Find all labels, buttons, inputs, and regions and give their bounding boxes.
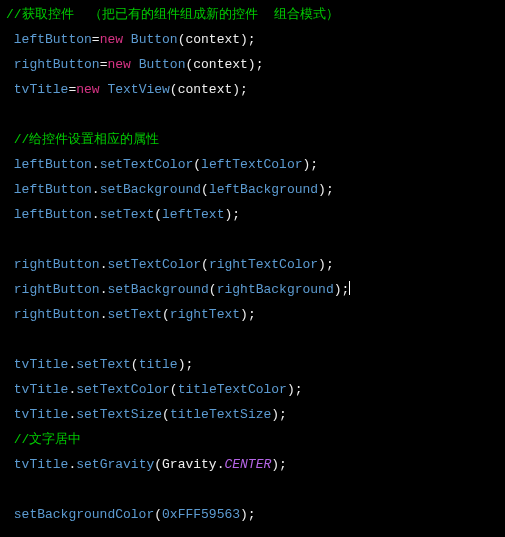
code-token: setBackground [100,182,201,197]
code-token: setBackgroundColor [6,507,154,522]
code-token: . [92,157,100,172]
code-token: rightButton [6,307,100,322]
code-token: ); [334,282,350,297]
code-token: rightBackground [217,282,334,297]
code-line: tvTitle.setTextColor(titleTextColor); [6,377,505,402]
code-token: setText [76,357,131,372]
code-line: //获取控件 （把已有的组件组成新的控件 组合模式） [6,2,505,27]
code-token: (context); [178,32,256,47]
code-token: Button [131,57,186,72]
code-token: title [139,357,178,372]
code-token: rightButton [6,282,100,297]
code-line [6,477,505,502]
code-token: setTextSize [76,407,162,422]
code-line: rightButton.setText(rightText); [6,302,505,327]
code-token: 0xFFF59563 [162,507,240,522]
code-line: //文字居中 [6,427,505,452]
code-token: leftText [162,207,224,222]
code-line [6,102,505,127]
code-token: tvTitle [6,407,68,422]
code-token: new [107,57,130,72]
code-token: . [92,182,100,197]
code-token: ( [162,307,170,322]
code-token: ); [178,357,194,372]
code-token: rightTextColor [209,257,318,272]
code-token: ); [318,182,334,197]
code-token: = [92,32,100,47]
code-token: ); [271,457,287,472]
code-line: rightButton.setTextColor(rightTextColor)… [6,252,505,277]
code-token: Button [123,32,178,47]
code-token: //获取控件 （把已有的组件组成新的控件 组合模式） [6,7,339,22]
code-token: setTextColor [76,382,170,397]
code-token: (context); [185,57,263,72]
code-token [6,482,14,497]
code-token: setText [107,307,162,322]
code-token: ( [209,282,217,297]
code-token: (Gravity. [154,457,224,472]
code-token: ( [201,182,209,197]
code-line: leftButton=new Button(context); [6,27,505,52]
code-token [6,332,14,347]
code-line: leftButton.setBackground(leftBackground)… [6,177,505,202]
code-token: new [76,82,99,97]
code-line: //给控件设置相应的属性 [6,127,505,152]
code-token: tvTitle [6,357,68,372]
code-line: rightButton=new Button(context); [6,52,505,77]
code-token: //给控件设置相应的属性 [6,132,159,147]
code-token: leftButton [6,157,92,172]
code-token: ); [318,257,334,272]
code-token: ); [240,507,256,522]
code-token: leftButton [6,207,92,222]
code-token: leftTextColor [201,157,302,172]
code-token: titleTextColor [178,382,287,397]
code-line: tvTitle.setText(title); [6,352,505,377]
code-token: tvTitle [6,457,68,472]
code-token: setText [100,207,155,222]
code-token: ); [287,382,303,397]
code-line: tvTitle=new TextView(context); [6,77,505,102]
code-token [6,232,14,247]
code-line: leftButton.setTextColor(leftTextColor); [6,152,505,177]
code-token: //文字居中 [6,432,81,447]
code-token: ( [154,507,162,522]
code-token: CENTER [224,457,271,472]
code-token: leftButton [6,182,92,197]
code-token: rightButton [6,257,100,272]
code-token: leftButton [6,32,92,47]
code-token: ( [131,357,139,372]
code-token: setGravity [76,457,154,472]
code-token: ( [201,257,209,272]
code-token: ); [271,407,287,422]
code-token: setTextColor [100,157,194,172]
code-line: setBackgroundColor(0xFFF59563); [6,502,505,527]
text-caret-icon [349,281,350,295]
code-token: ( [193,157,201,172]
code-token: (context); [170,82,248,97]
code-token: TextView [100,82,170,97]
code-token: rightText [170,307,240,322]
code-token: ( [170,382,178,397]
code-line: tvTitle.setGravity(Gravity.CENTER); [6,452,505,477]
code-line: rightButton.setBackground(rightBackgroun… [6,277,505,302]
code-token: leftBackground [209,182,318,197]
code-token: setTextColor [107,257,201,272]
code-token: ( [154,207,162,222]
code-token: titleTextSize [170,407,271,422]
code-token: rightButton [6,57,100,72]
code-line [6,227,505,252]
code-line: tvTitle.setTextSize(titleTextSize); [6,402,505,427]
code-token: ( [162,407,170,422]
code-token: tvTitle [6,82,68,97]
code-token: ); [224,207,240,222]
code-token: new [100,32,123,47]
code-line [6,327,505,352]
code-line: leftButton.setText(leftText); [6,202,505,227]
code-token: setBackground [107,282,208,297]
code-token: ); [240,307,256,322]
code-token [6,107,14,122]
code-token: . [92,207,100,222]
code-token: ); [303,157,319,172]
code-editor[interactable]: //获取控件 （把已有的组件组成新的控件 组合模式） leftButton=ne… [0,0,505,527]
code-token: tvTitle [6,382,68,397]
